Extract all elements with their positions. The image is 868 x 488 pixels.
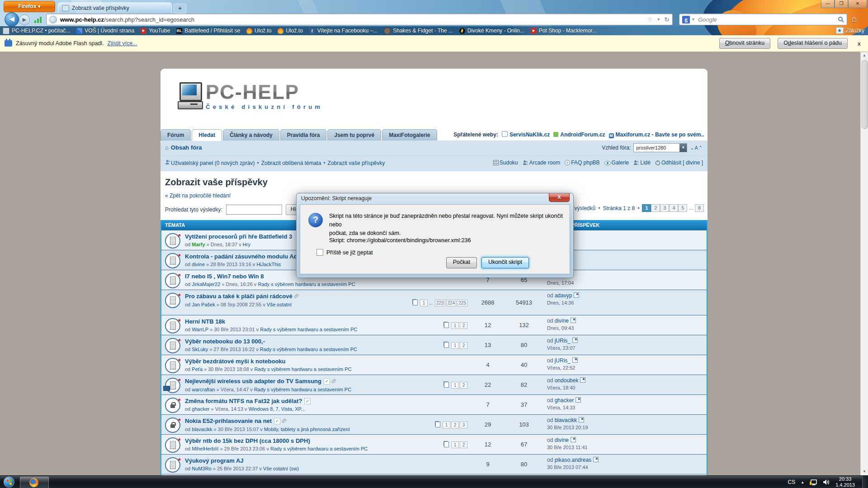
maximize-button[interactable]: ❐ — [835, 0, 848, 8]
goto-lastpost-icon[interactable] — [593, 457, 599, 462]
show-desktop-button[interactable] — [862, 476, 868, 488]
friendly-site-link[interactable]: ServisNaKlik.cz — [509, 131, 550, 138]
quick-link-sudoku[interactable]: Sudoku — [493, 160, 518, 166]
topic-page-1[interactable]: 1 — [451, 322, 459, 329]
topic-forum-link[interactable]: Rady s výběrem hardwaru a sestavením PC — [260, 347, 357, 352]
lastpost-author-link[interactable]: jURis_ — [555, 357, 571, 364]
home-icon[interactable]: ⌂ — [852, 14, 857, 24]
scroll-down-icon[interactable]: ▼ — [861, 468, 868, 475]
goto-lastpost-icon[interactable] — [579, 417, 584, 422]
page-number-5[interactable]: 5 — [678, 204, 687, 212]
lastpost-author-link[interactable]: divine — [555, 318, 569, 324]
browser-tab[interactable]: Zobrazit vaše příspěvky — [58, 2, 172, 14]
topic-author-link[interactable]: NuM3Ro — [192, 466, 211, 471]
bookmark-item[interactable]: Divoké Kmeny - Onlin... — [459, 28, 524, 34]
goto-lastpost-icon[interactable] — [572, 357, 578, 363]
dont-ask-again-checkbox[interactable]: Příště se již neptat — [316, 249, 373, 256]
topic-author-link[interactable]: warcraftan — [192, 387, 215, 392]
topic-forum-link[interactable]: Vše ostatní (sw) — [263, 466, 299, 471]
quick-link-eye[interactable]: Galerie — [604, 160, 629, 166]
topic-forum-link[interactable]: Rady s výběrem hardwaru a sestavením PC — [258, 282, 355, 287]
topic-title-link[interactable]: Výukový program AJ — [185, 457, 244, 464]
quick-link-power[interactable]: Odhlásit [ divine ] — [655, 160, 703, 166]
taskbar-firefox-button[interactable] — [20, 477, 49, 488]
page-scrollbar[interactable]: ▲ ▼ — [860, 52, 868, 475]
bookmark-item[interactable]: VOŠ | Úvodní strana — [76, 28, 134, 34]
lastpost-author-link[interactable]: jURis_ — [555, 338, 571, 344]
goto-lastpost-icon[interactable] — [571, 437, 576, 442]
stop-script-button[interactable]: Ukončit skript — [481, 257, 529, 268]
tab-hledat[interactable]: Hledat — [192, 129, 222, 141]
page-number-4[interactable]: 4 — [669, 204, 678, 212]
learn-more-link[interactable]: Zjistit více... — [108, 40, 137, 47]
topic-page-1[interactable]: 1 — [420, 300, 428, 306]
send-crash-report-button[interactable]: Odeslat hlášení o pádu — [778, 38, 848, 49]
lastpost-author-link[interactable]: divine — [555, 437, 569, 443]
bookmark-item[interactable]: BLBattlefeed / Přihlásit se — [176, 28, 240, 34]
results-search-input[interactable] — [226, 205, 282, 215]
friendly-site-link[interactable]: AndroidForum.cz — [560, 131, 605, 138]
lastpost-author-link[interactable]: adavyp — [555, 292, 572, 299]
url-bar[interactable]: www.pc-help.cz /search.php?search_id=ego… — [46, 14, 673, 25]
goto-lastpost-icon[interactable] — [571, 318, 576, 323]
topic-title-link[interactable]: Výběr notebooku do 13 000,- — [185, 338, 265, 345]
topic-author-link[interactable]: Peťa — [192, 366, 203, 372]
topic-author-link[interactable]: JirkaMajer22 — [192, 282, 220, 287]
addon-signal-icon[interactable] — [34, 16, 42, 23]
topic-page-1[interactable]: 1 — [451, 441, 459, 448]
topic-forum-link[interactable]: Mobily, tablety a jiná přenosná zařízení — [264, 427, 350, 432]
search-engine-dropdown-icon[interactable]: ▼ — [691, 17, 695, 22]
bookmark-item[interactable]: Shakes & Fidget - The ... — [384, 28, 453, 34]
page-number-8[interactable]: 8 — [695, 204, 704, 212]
topic-forum-link[interactable]: Hry — [243, 242, 250, 247]
goto-lastpost-icon[interactable] — [580, 377, 585, 383]
lastpost-author-link[interactable]: ghacker — [555, 397, 574, 404]
topic-title-link[interactable]: I7 nebo I5 , Win7 nebo Win 8 — [185, 273, 264, 280]
page-number-1[interactable]: 1 — [642, 204, 651, 212]
bookmark-item[interactable]: YouTube — [141, 28, 170, 34]
topic-author-link[interactable]: divine — [192, 262, 205, 267]
font-size-controls[interactable]: ⌄A⌃ — [690, 145, 703, 151]
topic-page-1[interactable]: 1 — [443, 422, 450, 428]
tray-expand-icon[interactable]: ▲ — [801, 480, 804, 484]
checkbox[interactable] — [316, 249, 323, 256]
topic-author-link[interactable]: Jan Pašek — [192, 302, 215, 307]
network-icon[interactable] — [810, 479, 817, 485]
topic-page-2[interactable]: 2 — [460, 342, 467, 349]
taskbar-clock[interactable]: 20:33 1.4.2013 — [835, 476, 855, 488]
topic-page-2[interactable]: 2 — [460, 382, 467, 389]
firefox-menu-button[interactable]: Firefox ▾ — [4, 1, 55, 12]
topic-author-link[interactable]: ghacker — [192, 406, 209, 412]
topic-page-225[interactable]: 225 — [457, 300, 467, 306]
goto-lastpost-icon[interactable] — [572, 338, 578, 343]
quick-link-question[interactable]: ?FAQ phpBB — [565, 160, 599, 166]
topic-page-2[interactable]: 2 — [460, 322, 467, 329]
topic-title-link[interactable]: Kontrola - padání zásuvného modulu Ad — [185, 253, 297, 260]
topic-forum-link[interactable]: Vše ostatní — [267, 302, 292, 307]
topic-forum-link[interactable]: Rady s výběrem hardwaru a sestavením PC — [270, 446, 368, 451]
topic-author-link[interactable]: Marfy — [192, 242, 205, 247]
new-tab-button[interactable]: + — [174, 4, 186, 14]
lastpost-author-link[interactable]: ondoubek — [555, 377, 579, 384]
topic-page-2[interactable]: 2 — [451, 422, 459, 428]
tab-pravidla-fóra[interactable]: Pravidla fóra — [280, 129, 327, 141]
wait-button[interactable]: Počkat — [446, 257, 477, 268]
close-button[interactable]: ✕ — [848, 0, 867, 8]
topic-title-link[interactable]: Vytížení procesorů při hře Battlefield 3 — [185, 233, 292, 240]
url-dropdown-icon[interactable]: ▼ — [656, 17, 660, 22]
topic-page-223[interactable]: 223 — [435, 300, 445, 306]
skin-select[interactable]: prosilver1280 ▼ — [633, 143, 687, 152]
bookmark-item[interactable]: Ulož.to — [278, 28, 302, 34]
goto-lastpost-icon[interactable] — [576, 397, 581, 403]
tab-fórum[interactable]: Fórum — [160, 129, 191, 141]
topic-author-link[interactable]: MihelHerbííí — [192, 446, 218, 451]
tab-maxifotogalerie[interactable]: MaxiFotogalerie — [382, 129, 437, 141]
topic-page-1[interactable]: 1 — [451, 382, 459, 389]
scroll-up-icon[interactable]: ▲ — [861, 52, 868, 59]
dialog-close-button[interactable]: X — [549, 193, 570, 202]
topic-author-link[interactable]: blavacikk — [192, 427, 212, 432]
goto-lastpost-icon[interactable] — [574, 292, 579, 298]
topic-page-3[interactable]: 3 — [460, 422, 467, 428]
quick-link-people[interactable]: Lidé — [633, 160, 651, 166]
bookmark-item[interactable]: PC-HELP.CZ • počítač... — [3, 28, 70, 34]
